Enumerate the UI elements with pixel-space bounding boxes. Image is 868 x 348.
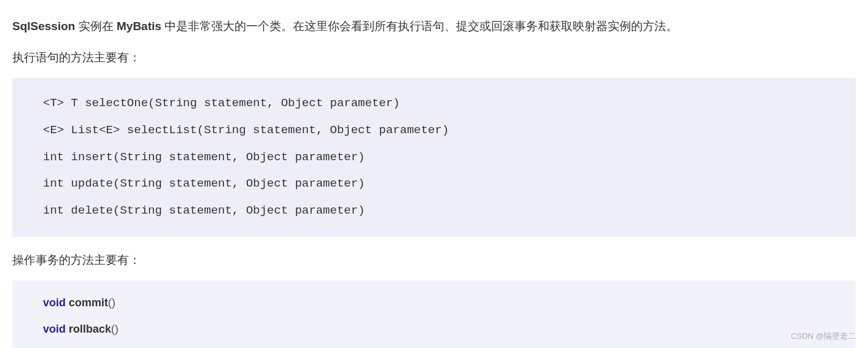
watermark: CSDN @隔壁老二	[791, 331, 856, 342]
code-block-2: void commit() void rollback()	[12, 280, 856, 348]
code2-line1: void commit()	[43, 290, 825, 316]
fn-rollback: rollback	[66, 323, 111, 335]
sub-heading-1: 执行语句的方法主要有：	[12, 47, 856, 69]
intro-text2: 中是非常强大的一个类。在这里你会看到所有执行语句、提交或回滚事务和获取映射器实例…	[161, 20, 678, 33]
intro-bold1: SqlSession	[12, 20, 75, 33]
sub-heading-2: 操作事务的方法主要有：	[12, 249, 856, 271]
code-block-1: <T> T selectOne(String statement, Object…	[12, 78, 856, 236]
paren-2: ()	[111, 323, 118, 335]
intro-paragraph: SqlSession 实例在 MyBatis 中是非常强大的一个类。在这里你会看…	[12, 15, 856, 37]
paren-1: ()	[108, 296, 115, 309]
code1-line3: int insert(String statement, Object para…	[43, 144, 825, 171]
intro-text1: 实例在	[75, 20, 117, 33]
keyword-void-1: void	[43, 296, 66, 309]
code1-line5: int delete(String statement, Object para…	[43, 198, 825, 225]
code1-line1: <T> T selectOne(String statement, Object…	[43, 90, 825, 117]
code1-line2: <E> List<E> selectList(String statement,…	[43, 117, 825, 144]
intro-bold2: MyBatis	[117, 20, 161, 33]
code1-line4: int update(String statement, Object para…	[43, 171, 825, 198]
code2-line2: void rollback()	[43, 316, 825, 342]
fn-commit: commit	[66, 296, 108, 309]
keyword-void-2: void	[43, 323, 66, 335]
